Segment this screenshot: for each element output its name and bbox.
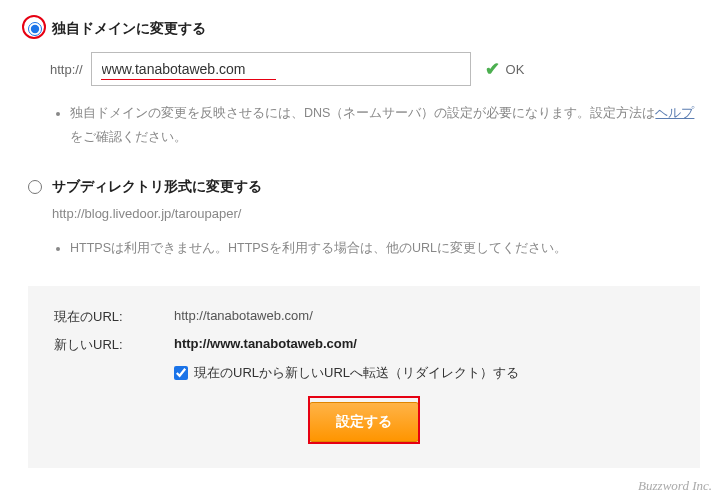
dns-note: 独自ドメインの変更を反映させるには、DNS（ネームサーバ）の設定が必要になります…: [70, 102, 700, 150]
https-note: HTTPSは利用できません。HTTPSを利用する場合は、他のURLに変更してくだ…: [70, 237, 700, 261]
option-custom-domain: 独自ドメインに変更する http:// ✔ OK 独自ドメインの変更を反映させる…: [28, 20, 700, 150]
current-url-key: 現在のURL:: [54, 308, 174, 326]
submit-button[interactable]: 設定する: [309, 402, 419, 442]
radio-subdirectory[interactable]: [28, 180, 42, 194]
radio-subdirectory-label: サブディレクトリ形式に変更する: [52, 178, 262, 196]
domain-input[interactable]: [91, 52, 471, 86]
help-link[interactable]: ヘルプ: [655, 106, 694, 120]
radio-custom-domain-label: 独自ドメインに変更する: [52, 20, 206, 38]
ok-indicator: ✔ OK: [485, 58, 525, 80]
new-url-val: http://www.tanabotaweb.com/: [174, 336, 357, 354]
redirect-checkbox[interactable]: [174, 366, 188, 380]
url-summary-panel: 現在のURL: http://tanabotaweb.com/ 新しいURL: …: [28, 286, 700, 468]
radio-custom-domain[interactable]: [28, 22, 42, 36]
option-subdirectory: サブディレクトリ形式に変更する http://blog.livedoor.jp/…: [28, 178, 700, 261]
new-url-key: 新しいURL:: [54, 336, 174, 354]
protocol-label: http://: [50, 62, 83, 77]
current-url-val: http://tanabotaweb.com/: [174, 308, 313, 326]
ok-text: OK: [506, 62, 525, 77]
redirect-label: 現在のURLから新しいURLへ転送（リダイレクト）する: [194, 364, 519, 382]
footer-brand: Buzzword Inc.: [638, 478, 712, 494]
check-icon: ✔: [485, 58, 500, 80]
subdirectory-url: http://blog.livedoor.jp/taroupaper/: [28, 206, 700, 221]
